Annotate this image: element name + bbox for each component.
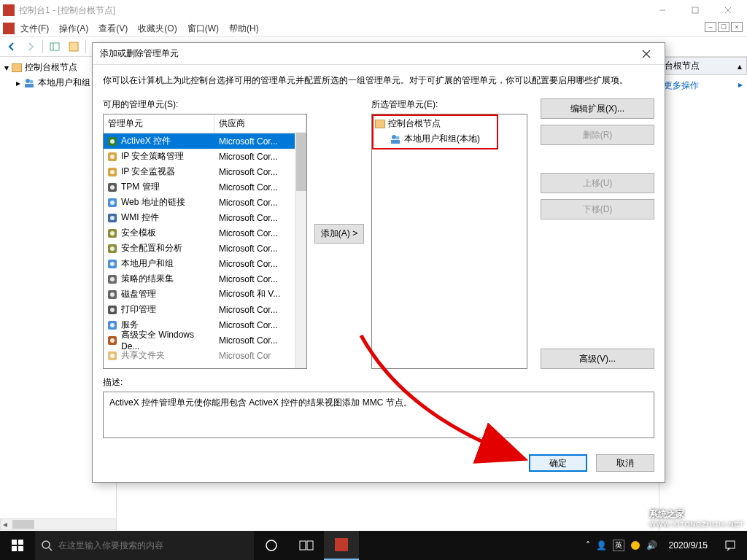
ok-button[interactable]: 确定 [529, 454, 587, 472]
more-actions[interactable]: 更多操作 [664, 80, 699, 90]
dialog-title: 添加或删除管理单元 [100, 47, 635, 60]
minimize-button[interactable] [646, 0, 678, 20]
snapin-row[interactable]: 高级安全 Windows De...Microsoft Cor... [104, 332, 306, 348]
tree-root-label: 控制台根节点 [25, 61, 77, 74]
available-snapins-list[interactable]: 管理单元 供应商 ActiveX 控件Microsoft Cor...IP 安全… [103, 114, 307, 369]
snapin-vendor: Microsoft Cor... [214, 182, 306, 192]
svg-point-15 [110, 139, 115, 144]
snapin-row[interactable]: 安全模板Microsoft Cor... [104, 225, 306, 241]
svg-rect-50 [18, 546, 23, 551]
system-tray[interactable]: ˄ 👤 英 🔊 [580, 540, 663, 551]
watermark: 系统之家 WWW.XITONGZHIJIA.NET [619, 506, 744, 529]
selected-root[interactable]: 控制台根节点 [375, 117, 524, 130]
menu-action[interactable]: 操作(A) [55, 21, 93, 36]
advanced-button[interactable]: 高级(V)... [541, 349, 654, 369]
doc-icon [3, 23, 15, 34]
menu-fav[interactable]: 收藏夹(O) [133, 21, 181, 36]
mdi-min[interactable]: – [705, 22, 716, 32]
snapin-vendor: Microsoft 和 V... [214, 288, 306, 300]
cortana-icon[interactable] [254, 531, 289, 560]
snapin-row[interactable]: ActiveX 控件Microsoft Cor... [104, 133, 306, 149]
svg-rect-4 [50, 43, 59, 50]
notifications-icon[interactable] [713, 531, 747, 560]
svg-rect-1 [692, 7, 698, 13]
folder-icon [12, 63, 22, 72]
mdi-close[interactable]: × [731, 22, 743, 32]
app-icon [3, 4, 15, 16]
svg-rect-47 [12, 540, 17, 545]
snapin-row[interactable]: TPM 管理Microsoft Cor... [104, 179, 306, 195]
users-icon [23, 77, 35, 89]
move-up-button[interactable]: 上移(U) [541, 173, 654, 193]
svg-point-37 [110, 308, 115, 312]
snapin-icon [107, 212, 118, 224]
forward-button[interactable] [22, 39, 39, 55]
mmc-task-icon[interactable] [324, 531, 359, 560]
svg-rect-55 [307, 541, 313, 550]
svg-point-21 [110, 185, 115, 190]
properties-button[interactable] [65, 39, 82, 55]
snapin-vendor: Microsoft Cor... [214, 152, 306, 162]
snapin-icon [107, 151, 118, 163]
show-hide-tree-button[interactable] [46, 39, 63, 55]
menu-view[interactable]: 查看(V) [94, 21, 132, 36]
snapin-icon [107, 136, 118, 147]
snapin-row[interactable]: 磁盘管理Microsoft 和 V... [104, 287, 306, 302]
maximize-button[interactable] [678, 0, 711, 20]
taskbar-clock[interactable]: 2020/9/15 [663, 540, 713, 551]
snapin-row[interactable]: IP 安全监视器Microsoft Cor... [104, 164, 306, 179]
svg-point-51 [42, 541, 50, 548]
menu-file[interactable]: 文件(F) [16, 21, 53, 36]
col-snapin[interactable]: 管理单元 [104, 114, 214, 133]
volume-icon[interactable]: 🔊 [646, 540, 657, 551]
svg-rect-48 [18, 540, 23, 545]
snapin-name: 打印管理 [121, 303, 156, 316]
snapin-name: 本地用户和组 [121, 257, 174, 270]
ime-icon[interactable]: 英 [613, 540, 624, 551]
tray-up-icon[interactable]: ˄ [586, 540, 590, 551]
snapin-vendor: Microsoft Cor... [214, 198, 306, 208]
svg-rect-11 [25, 84, 34, 88]
snapin-icon [107, 243, 118, 254]
menu-help[interactable]: 帮助(H) [225, 21, 263, 36]
taskbar-search[interactable] [35, 531, 254, 560]
snapin-row[interactable]: 安全配置和分析Microsoft Cor... [104, 241, 306, 256]
snapin-name: 共享文件夹 [121, 349, 165, 362]
snapin-vendor: Microsoft Cor... [214, 244, 306, 254]
dialog-close-button[interactable] [635, 45, 657, 63]
start-button[interactable] [0, 531, 35, 560]
snapin-row[interactable]: 策略的结果集Microsoft Cor... [104, 271, 306, 287]
task-view-icon[interactable] [289, 531, 324, 560]
selected-snapins-tree[interactable]: 控制台根节点 本地用户和组(本地) [371, 114, 527, 369]
window-title: 控制台1 - [控制台根节点] [19, 4, 646, 17]
col-vendor[interactable]: 供应商 [214, 114, 306, 133]
move-down-button[interactable]: 下移(D) [541, 199, 654, 219]
svg-point-56 [631, 541, 640, 550]
folder-icon [375, 120, 385, 128]
snapin-row[interactable]: 共享文件夹Microsoft Cor [104, 348, 306, 363]
back-button[interactable] [3, 39, 20, 55]
search-icon [41, 540, 53, 551]
horizontal-scrollbar[interactable]: ◂ [0, 518, 117, 530]
chevron-down-icon[interactable]: ▴ [738, 61, 742, 71]
snapin-row[interactable]: Web 地址的链接Microsoft Cor... [104, 195, 306, 210]
mdi-max[interactable]: ☐ [718, 22, 729, 32]
edit-extensions-button[interactable]: 编辑扩展(X)... [541, 98, 654, 119]
snapin-row[interactable]: IP 安全策略管理Microsoft Cor... [104, 149, 306, 164]
svg-point-44 [392, 135, 396, 139]
cancel-button[interactable]: 取消 [596, 454, 654, 472]
snapin-row[interactable]: WMI 控件Microsoft Cor... [104, 210, 306, 225]
menu-window[interactable]: 窗口(W) [183, 21, 223, 36]
remove-button[interactable]: 删除(R) [541, 125, 654, 145]
snapin-vendor: Microsoft Cor... [214, 136, 306, 147]
snapin-row[interactable]: 打印管理Microsoft Cor... [104, 302, 306, 317]
selected-child[interactable]: 本地用户和组(本地) [375, 130, 524, 148]
search-input[interactable] [58, 540, 248, 551]
list-scrollbar[interactable] [295, 132, 306, 368]
security-icon[interactable] [630, 540, 640, 551]
snapin-icon [107, 289, 118, 300]
people-icon[interactable]: 👤 [596, 540, 607, 551]
snapin-row[interactable]: 本地用户和组Microsoft Cor... [104, 256, 306, 271]
close-button[interactable] [711, 0, 744, 20]
add-button[interactable]: 添加(A) > [314, 224, 364, 244]
